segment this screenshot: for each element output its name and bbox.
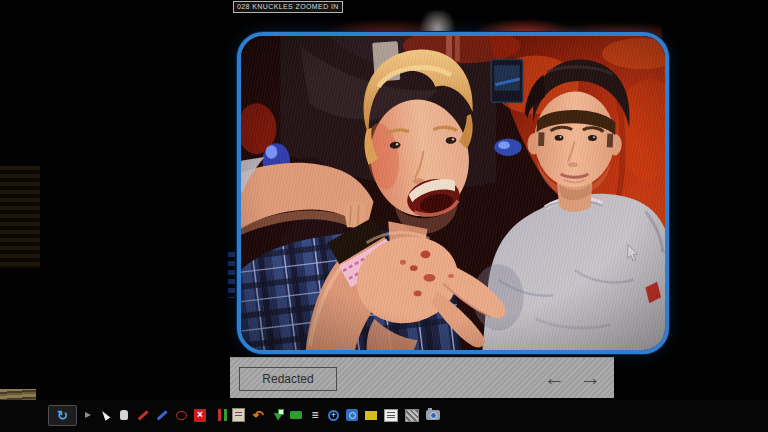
- snapshot-tool-icon[interactable]: [426, 410, 440, 420]
- delete-tool-icon[interactable]: [194, 409, 206, 422]
- viewer-control-bar: Redacted ← →: [230, 357, 614, 398]
- zoom-in-tool-icon[interactable]: [328, 410, 339, 421]
- projected-screen: 028 KNUCKLES ZOOMED IN: [0, 0, 768, 432]
- hand-tool-icon[interactable]: [118, 409, 130, 422]
- blue-pen-tool-icon[interactable]: [156, 409, 168, 422]
- green-box-tool-icon[interactable]: [290, 409, 302, 422]
- taskbar: [0, 400, 768, 432]
- highlight-tool-icon[interactable]: [213, 409, 225, 422]
- window-tool-icon[interactable]: [384, 409, 398, 422]
- evidence-photo-frame: [237, 32, 669, 354]
- callout-tool-icon[interactable]: [271, 409, 283, 422]
- ellipse-tool-icon[interactable]: [175, 409, 187, 422]
- lines-tool-icon[interactable]: [309, 409, 321, 422]
- redacted-button[interactable]: Redacted: [239, 367, 337, 391]
- page-navigation: ← →: [544, 358, 601, 398]
- clipboard-tool-icon[interactable]: [232, 408, 245, 422]
- red-pen-tool-icon[interactable]: [137, 409, 149, 422]
- previous-arrow-button[interactable]: ←: [544, 358, 565, 398]
- evidence-photo: [241, 36, 665, 350]
- expand-icon[interactable]: [84, 409, 92, 422]
- pattern-tool-icon[interactable]: [405, 409, 419, 422]
- window-blinds-reflection: [0, 166, 40, 268]
- zoom-area-tool-icon[interactable]: [346, 409, 358, 421]
- taskbar-icons: [48, 404, 440, 426]
- annotation-app-icon[interactable]: [48, 405, 77, 426]
- pointer-tool-icon[interactable]: [99, 409, 111, 422]
- reflection-artifact: [228, 252, 235, 298]
- undo-tool-icon[interactable]: [252, 409, 264, 422]
- yellow-note-tool-icon[interactable]: [365, 409, 377, 422]
- next-arrow-button[interactable]: →: [580, 358, 601, 398]
